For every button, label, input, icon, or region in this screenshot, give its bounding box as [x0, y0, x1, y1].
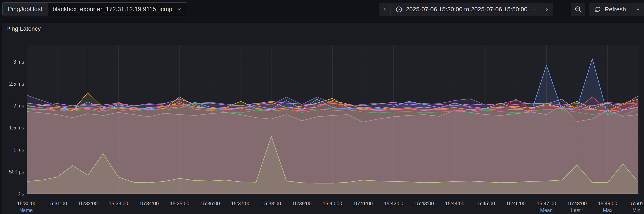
y-tick-label: 2 ms — [3, 103, 24, 109]
x-tick-label: 15:32:00 — [72, 201, 103, 206]
zoom-out-icon — [574, 6, 582, 13]
x-tick-label: 15:38:00 — [256, 201, 287, 206]
dashboard-page: PingJobHost blackbox_exporter_172.31.12.… — [0, 0, 644, 214]
refresh-interval-dropdown[interactable] — [631, 3, 644, 16]
x-tick-label: 15:36:00 — [195, 201, 226, 206]
legend-column-name[interactable]: Name — [19, 207, 32, 213]
x-tick-label: 15:46:00 — [500, 201, 532, 206]
ping-latency-panel: Ping Latency 0 s500 µs1 ms1.5 ms2 ms2.5 … — [2, 23, 644, 214]
refresh-button[interactable]: Refresh — [589, 3, 631, 16]
x-tick-label: 15:37:00 — [225, 201, 256, 206]
y-tick-label: 1.5 ms — [3, 125, 24, 131]
x-tick-label: 15:31:00 — [42, 201, 73, 206]
y-tick-label: 500 µs — [3, 169, 24, 175]
variable-label: PingJobHost — [2, 3, 48, 16]
refresh-label: Refresh — [605, 6, 626, 13]
chevron-down-icon — [176, 6, 182, 12]
chevron-right-icon — [544, 7, 550, 12]
x-tick-label: 15:34:00 — [134, 201, 164, 206]
chevron-down-icon — [635, 7, 640, 12]
y-tick-label: 3 ms — [3, 59, 24, 65]
x-tick-label: 15:49:00 — [592, 201, 623, 206]
legend-column-last[interactable]: Last * — [571, 207, 584, 213]
y-tick-label: 2.5 ms — [3, 81, 24, 87]
x-tick-label: 15:35:00 — [164, 201, 195, 206]
x-tick-label: 15:50:00 — [623, 201, 644, 206]
clock-icon — [396, 6, 402, 13]
time-range-text: 2025-07-06 15:30:00 to 2025-07-06 15:50:… — [406, 6, 528, 13]
panel-title[interactable]: Ping Latency — [6, 26, 41, 32]
chevron-down-icon — [531, 7, 536, 12]
zoom-out-button[interactable] — [571, 3, 585, 16]
chevron-left-icon — [382, 7, 388, 12]
x-tick-label: 15:43:00 — [409, 201, 440, 206]
legend-column-mean[interactable]: Mean — [540, 207, 553, 213]
x-tick-label: 15:41:00 — [348, 201, 378, 206]
refresh-button-group: Refresh — [589, 3, 644, 16]
x-tick-label: 15:30:00 — [11, 201, 42, 206]
x-tick-label: 15:33:00 — [103, 201, 134, 206]
x-tick-label: 15:40:00 — [317, 201, 348, 206]
dashboard-toolbar: PingJobHost blackbox_exporter_172.31.12.… — [0, 0, 644, 21]
legend-column-min[interactable]: Min — [632, 207, 640, 213]
x-tick-label: 15:42:00 — [378, 201, 409, 206]
variable-value-dropdown[interactable]: blackbox_exporter_172.31.12.19:9115_icmp — [48, 3, 187, 16]
y-tick-label: 1 ms — [3, 147, 24, 153]
legend-column-max[interactable]: Max — [603, 207, 612, 213]
latency-chart[interactable] — [27, 45, 640, 194]
x-tick-label: 15:45:00 — [470, 201, 501, 206]
variable-picker: PingJobHost blackbox_exporter_172.31.12.… — [2, 3, 187, 16]
x-tick-label: 15:48:00 — [562, 201, 592, 206]
x-tick-label: 15:39:00 — [286, 201, 317, 206]
x-tick-label: 15:44:00 — [439, 201, 470, 206]
x-tick-label: 15:47:00 — [531, 201, 562, 206]
variable-value-text: blackbox_exporter_172.31.12.19:9115_icmp — [52, 6, 172, 13]
time-shift-forward-button[interactable] — [541, 3, 553, 16]
time-range-button[interactable]: 2025-07-06 15:30:00 to 2025-07-06 15:50:… — [391, 3, 541, 16]
y-tick-label: 0 s — [3, 191, 24, 196]
refresh-icon — [594, 6, 601, 13]
time-picker-group: 2025-07-06 15:30:00 to 2025-07-06 15:50:… — [379, 3, 553, 16]
time-shift-back-button[interactable] — [379, 3, 391, 16]
